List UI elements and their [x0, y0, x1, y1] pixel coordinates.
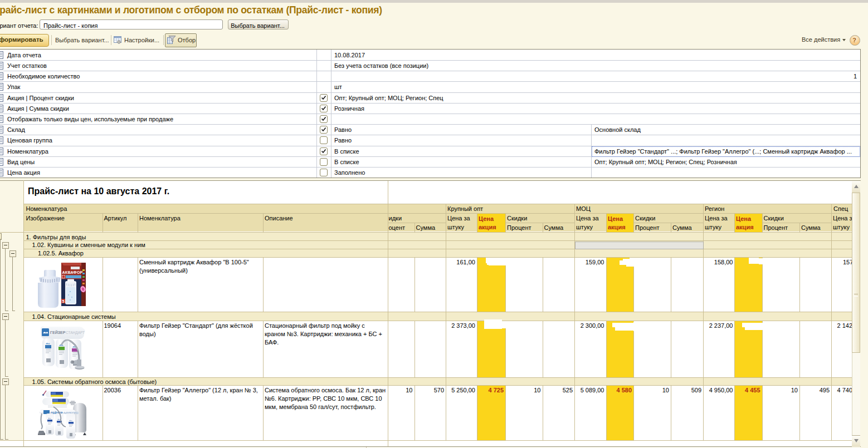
svg-text:5: 5 [62, 299, 65, 303]
svg-text:ГЕЙЗЕР АЛЛЕГРО: ГЕЙЗЕР АЛЛЕГРО [51, 411, 79, 415]
svg-text:СТАНДАРТ: СТАНДАРТ [66, 331, 85, 335]
svg-text:АКВАФОР: АКВАФОР [62, 270, 83, 274]
svg-text:ГЕЙЗЕР: ГЕЙЗЕР [50, 330, 66, 334]
